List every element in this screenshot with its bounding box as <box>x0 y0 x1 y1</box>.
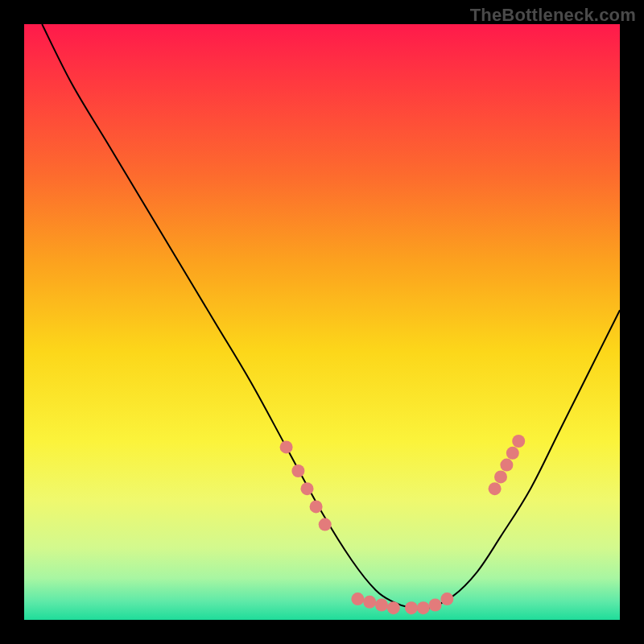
curve-marker <box>310 500 323 513</box>
curve-marker <box>489 482 502 495</box>
curve-marker <box>417 601 430 614</box>
chart-frame: TheBottleneck.com <box>0 0 644 644</box>
curve-marker <box>405 601 418 614</box>
curve-marker <box>387 601 400 614</box>
curve-marker <box>363 596 376 609</box>
watermark-text: TheBottleneck.com <box>470 5 636 26</box>
curve-marker <box>500 459 513 472</box>
plot-area <box>24 24 620 620</box>
curve-marker <box>429 599 442 612</box>
curve-marker <box>301 482 314 495</box>
curve-marker <box>291 464 304 477</box>
gradient-background <box>24 24 620 620</box>
curve-marker <box>375 599 388 612</box>
curve-marker <box>512 435 525 448</box>
curve-marker <box>280 440 293 453</box>
curve-marker <box>440 592 453 605</box>
chart-svg <box>24 24 620 620</box>
curve-marker <box>494 470 507 483</box>
curve-marker <box>319 518 332 531</box>
curve-marker <box>351 592 364 605</box>
curve-marker <box>506 447 519 460</box>
